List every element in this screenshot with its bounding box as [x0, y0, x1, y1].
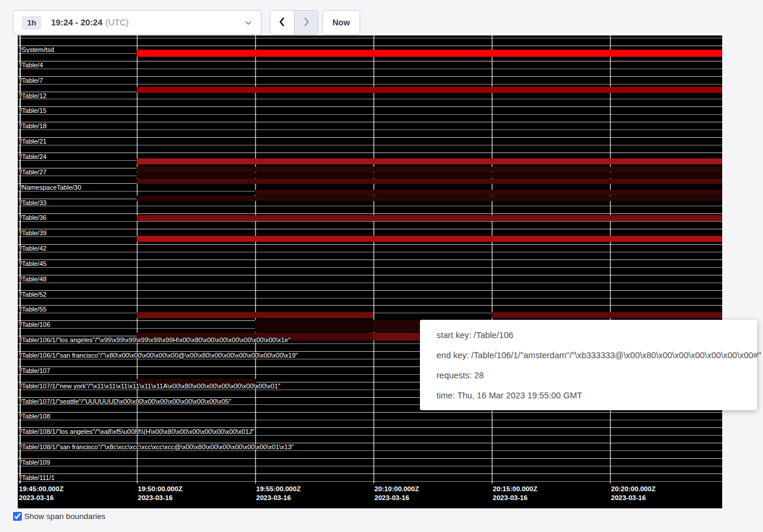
gridline-horizontal — [18, 206, 722, 206]
row-label: /Table/108 — [20, 413, 50, 420]
chevron-left-icon — [277, 17, 287, 29]
row-label: /Table/42 — [20, 245, 47, 252]
time-nav-group — [270, 10, 318, 35]
gridline-horizontal — [18, 298, 722, 299]
tooltip-requests: requests: 28 — [437, 365, 757, 385]
chevron-down-icon — [244, 18, 253, 30]
gridline-horizontal — [18, 61, 722, 61]
row-label: /Table/106 — [20, 321, 50, 328]
heat-band — [255, 320, 373, 332]
heat-band — [137, 167, 722, 172]
gridline-horizontal — [18, 259, 722, 260]
row-label: /Table/108/1/"los angeles"/"\xa8\xf5\u00… — [20, 428, 254, 435]
gridline-horizontal — [18, 450, 722, 451]
heat-band — [373, 320, 420, 332]
row-label: /Table/45 — [20, 260, 47, 267]
gridline-horizontal — [18, 38, 722, 38]
x-axis-tick: 20:10:00.000Z2023-03-16 — [374, 485, 419, 502]
gridline-horizontal — [18, 290, 722, 291]
heat-band — [137, 312, 373, 318]
gridline-vertical — [255, 35, 256, 484]
row-label: /Table/7 — [20, 77, 43, 84]
gridline-horizontal — [18, 46, 722, 46]
x-axis-tick: 19:50:00.000Z2023-03-16 — [138, 485, 182, 502]
gridline-horizontal — [18, 275, 722, 275]
gridline-horizontal — [18, 229, 722, 229]
gridline-vertical — [610, 35, 611, 484]
gridline-horizontal — [18, 473, 722, 474]
row-label: /Table/107 — [20, 367, 50, 374]
gridline-horizontal — [18, 435, 722, 436]
gridline-horizontal — [18, 137, 722, 138]
heat-band — [255, 190, 722, 195]
row-label: /Table/107/1/"new york"/"\x11\x11\x11\x1… — [20, 382, 280, 390]
row-label: /NamespaceTable/30 — [20, 184, 81, 191]
gridline-horizontal — [18, 305, 722, 306]
gridline-horizontal — [18, 244, 722, 245]
tooltip-time: time: Thu, 16 Mar 2023 19:55:00 GMT — [437, 385, 757, 406]
gridline-horizontal — [18, 122, 722, 122]
gridline-horizontal — [18, 153, 722, 153]
heat-band — [137, 236, 722, 242]
heat-band — [373, 333, 420, 340]
gridline-horizontal — [18, 76, 722, 77]
chevron-right-icon — [302, 17, 311, 29]
heat-band — [137, 179, 722, 184]
tooltip-end-key: end key: /Table/106/1/"amsterdam"/"\xb33… — [437, 345, 757, 365]
gridline-horizontal — [18, 145, 722, 145]
row-label: /Table/39 — [20, 229, 47, 236]
row-label: /Table/109 — [20, 459, 50, 466]
toolbar: 1h 19:24 - 20:24 (UTC) Now — [0, 0, 763, 35]
row-label: /System/tsd — [20, 46, 54, 53]
row-label: /Table/111/1 — [20, 474, 54, 481]
gridline-horizontal — [18, 69, 722, 69]
gridline-vertical — [137, 35, 138, 484]
next-interval-button[interactable] — [294, 11, 318, 34]
heat-band — [137, 158, 722, 164]
span-tooltip: start key: /Table/106 end key: /Table/10… — [420, 320, 757, 410]
now-button[interactable]: Now — [322, 10, 360, 35]
gridline-horizontal — [18, 267, 722, 268]
row-label: /Table/33 — [20, 199, 47, 206]
span-boundaries-label: Show span boundaries — [24, 512, 105, 521]
key-visualizer-canvas[interactable]: /System/tsd/Table/4/Table/7/Table/12/Tab… — [18, 35, 722, 508]
tooltip-start-key: start key: /Table/106 — [437, 325, 757, 345]
gridline-horizontal — [18, 114, 722, 115]
row-label: /Table/18 — [20, 122, 47, 129]
x-axis-tick: 19:45:00.000Z2023-03-16 — [19, 485, 63, 502]
gridline-horizontal — [18, 458, 722, 459]
row-label: /Table/107/1/"seattle"/"UUUUUUD\x00\x80\… — [20, 398, 231, 405]
gridline-horizontal — [18, 412, 722, 413]
row-label: /Table/108/1/"san francisco"/"\x8c\xcc\x… — [20, 443, 294, 450]
row-label: /Table/21 — [20, 138, 47, 145]
heat-band — [137, 50, 722, 57]
gridline-horizontal — [18, 84, 722, 85]
row-label: /Table/24 — [20, 153, 47, 160]
row-label: /Table/12 — [20, 92, 47, 99]
gridline-horizontal — [18, 213, 722, 214]
gridline-vertical — [492, 35, 493, 484]
row-label: /Table/55 — [20, 306, 47, 313]
heat-band — [137, 87, 722, 93]
heat-band — [137, 196, 722, 201]
range-label: 19:24 - 20:24 — [51, 18, 102, 27]
row-label: /Table/27 — [20, 168, 47, 176]
gridline-horizontal — [18, 466, 722, 466]
row-label: /Table/106/1/"san francisco"/"\x80\x00\x… — [20, 352, 298, 359]
time-range-dropdown[interactable]: 1h 19:24 - 20:24 (UTC) — [13, 10, 261, 35]
span-boundaries-checkbox[interactable] — [13, 512, 22, 521]
x-axis-tick: 20:20:00.000Z2023-03-16 — [611, 485, 655, 502]
x-axis-tick: 20:15:00.000Z2023-03-16 — [493, 485, 537, 502]
gridline-horizontal — [18, 283, 722, 283]
row-label: /Table/52 — [20, 291, 47, 298]
x-axis-tick: 19:55:00.000Z2023-03-16 — [256, 485, 300, 502]
prev-interval-button[interactable] — [270, 11, 294, 34]
heat-band — [137, 215, 722, 221]
row-label: /Table/36 — [20, 214, 47, 221]
heat-band — [137, 173, 722, 178]
gridline-horizontal — [18, 252, 722, 252]
footer: Show span boundaries — [13, 512, 105, 521]
gridline-horizontal — [18, 420, 722, 420]
range-duration-badge: 1h — [22, 16, 41, 30]
row-label: /Table/106/1/"los angeles"/"\x99\x99\x99… — [20, 336, 290, 343]
